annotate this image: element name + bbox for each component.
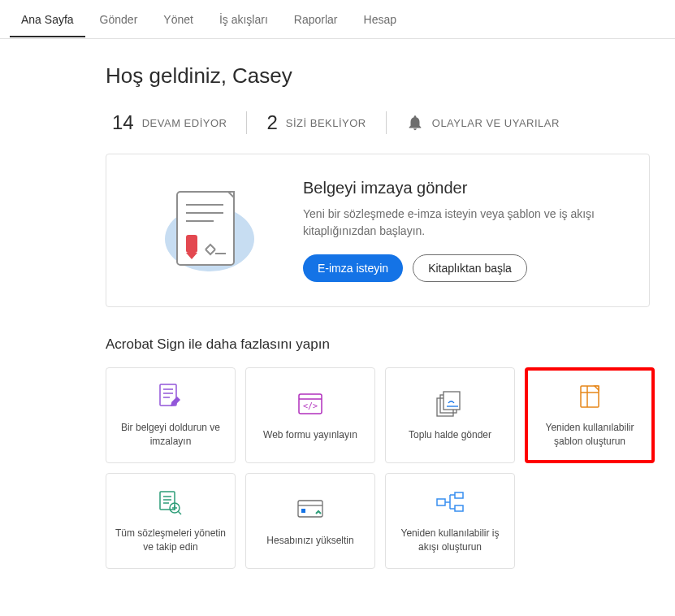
start-from-library-button[interactable]: Kitaplıktan başla: [413, 254, 527, 282]
tab-account[interactable]: Hesap: [353, 2, 408, 37]
svg-rect-20: [581, 386, 599, 407]
document-illustration: [132, 182, 270, 280]
stat-waiting-count: 2: [266, 111, 277, 134]
web-form-icon: </>: [294, 389, 327, 419]
request-esign-button[interactable]: E-imza isteyin: [303, 254, 403, 282]
svg-rect-34: [455, 492, 463, 498]
card-create-template[interactable]: Yeniden kullanılabilir şablon oluşturun: [525, 367, 655, 463]
svg-text:</>: </>: [303, 401, 318, 410]
svg-rect-18: [444, 392, 460, 410]
card-label: Yeniden kullanılabilir iş akışı oluşturu…: [394, 527, 506, 554]
card-label: Yeniden kullanılabilir şablon oluşturun: [536, 421, 643, 449]
card-upgrade-account[interactable]: Hesabınızı yükseltin: [245, 473, 375, 569]
hero-title: Belgeyi imzaya gönder: [303, 179, 623, 197]
svg-rect-6: [186, 235, 197, 253]
tab-manage[interactable]: Yönet: [152, 2, 205, 37]
svg-rect-33: [437, 499, 445, 505]
hero-card: Belgeyi imzaya gönder Yeni bir sözleşmed…: [106, 154, 650, 307]
tab-send[interactable]: Gönder: [89, 2, 149, 37]
card-manage-agreements[interactable]: Tüm sözleşmeleri yönetin ve takip edin: [106, 473, 236, 569]
upgrade-icon: [294, 495, 327, 524]
tab-workflows[interactable]: İş akışları: [208, 2, 279, 37]
svg-line-27: [178, 511, 181, 514]
svg-rect-22: [160, 492, 175, 510]
card-label: Tüm sözleşmeleri yönetin ve takip edin: [115, 527, 227, 554]
stat-alerts[interactable]: OLAYLAR VE UYARILAR: [387, 114, 579, 132]
card-publish-web-form[interactable]: </> Web formu yayınlayın: [245, 367, 375, 463]
main-content: Hoş geldiniz, Casey 14 DEVAM EDİYOR 2 Sİ…: [0, 39, 650, 601]
workflow-icon: [434, 488, 466, 517]
stat-waiting[interactable]: 2 SİZİ BEKLİYOR: [247, 111, 385, 134]
card-label: Toplu halde gönder: [409, 428, 491, 442]
section-title: Acrobat Sign ile daha fazlasını yapın: [106, 336, 650, 353]
fill-sign-icon: [154, 382, 187, 411]
stat-in-progress-count: 14: [112, 111, 134, 134]
bell-icon: [406, 114, 424, 132]
template-icon: [573, 382, 606, 411]
card-label: Hesabınızı yükseltin: [266, 534, 353, 548]
card-send-in-bulk[interactable]: Toplu halde gönder: [385, 367, 515, 463]
svg-rect-35: [455, 505, 463, 511]
card-label: Bir belgeyi doldurun ve imzalayın: [115, 421, 227, 449]
hero-text: Belgeyi imzaya gönder Yeni bir sözleşmed…: [303, 179, 623, 282]
stat-in-progress[interactable]: 14 DEVAM EDİYOR: [106, 111, 246, 134]
svg-marker-21: [595, 386, 599, 390]
svg-rect-32: [301, 509, 305, 513]
stat-alerts-label: OLAYLAR VE UYARILAR: [432, 117, 560, 129]
page-title: Hoş geldiniz, Casey: [106, 63, 650, 89]
tab-home[interactable]: Ana Sayfa: [10, 2, 85, 37]
stat-in-progress-label: DEVAM EDİYOR: [142, 117, 227, 129]
manage-icon: [154, 488, 187, 517]
tab-reports[interactable]: Raporlar: [283, 2, 349, 37]
card-fill-and-sign[interactable]: Bir belgeyi doldurun ve imzalayın: [106, 367, 236, 463]
top-navigation: Ana Sayfa Gönder Yönet İş akışları Rapor…: [0, 0, 675, 39]
hero-description: Yeni bir sözleşmede e-imza isteyin veya …: [303, 206, 623, 240]
stat-waiting-label: SİZİ BEKLİYOR: [286, 117, 366, 129]
card-label: Web formu yayınlayın: [263, 428, 357, 442]
card-create-workflow[interactable]: Yeniden kullanılabilir iş akışı oluşturu…: [385, 473, 515, 569]
card-grid: Bir belgeyi doldurun ve imzalayın </> We…: [106, 367, 650, 569]
bulk-send-icon: [434, 389, 466, 419]
stats-row: 14 DEVAM EDİYOR 2 SİZİ BEKLİYOR OLAYLAR …: [106, 111, 650, 134]
